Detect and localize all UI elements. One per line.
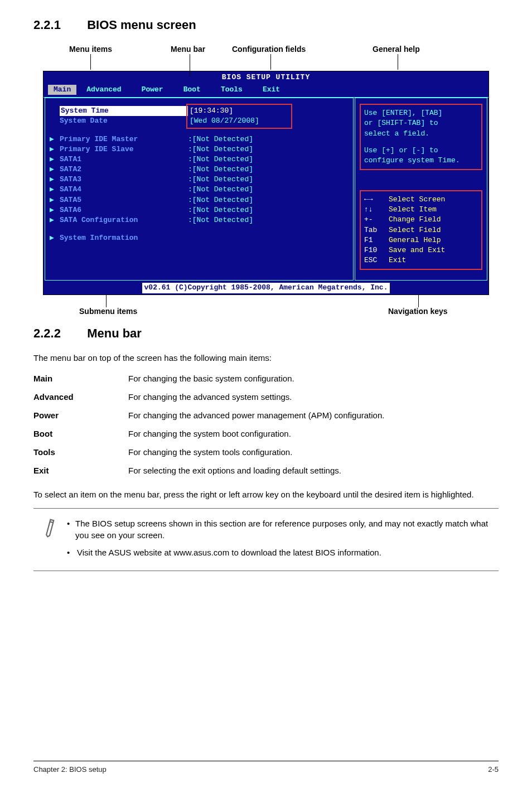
submenu-arrow-icon: ▶ <box>50 175 60 185</box>
bios-right-pane: Use [ENTER], [TAB] or [SHIFT-TAB] to sel… <box>355 98 487 281</box>
bios-window: BIOS SETUP UTILITY Main Advanced Power B… <box>43 71 489 295</box>
row-sata6[interactable]: ▶ SATA6 :[Not Detected] <box>50 205 349 215</box>
config-fields-box: [19:34:30] [Wed 08/27/2008] <box>186 104 292 128</box>
diagram-top-labels: Menu items Menu bar Configuration fields… <box>33 44 499 71</box>
navigation-keys-box: ←→Select Screen ↑↓Select Item +-Change F… <box>360 190 482 270</box>
label-general-help: General help <box>373 44 420 55</box>
submenu-arrow-icon: ▶ <box>50 165 60 175</box>
bios-titlebar: BIOS SETUP UTILITY <box>43 71 489 84</box>
section-title-text: Menu bar <box>87 326 142 340</box>
nav-key-esc: ESC <box>364 255 389 265</box>
menubar-definitions-table: MainFor changing the basic system config… <box>33 369 499 480</box>
note-list: • The BIOS setup screens shown in this s… <box>67 515 499 564</box>
row-sata-configuration[interactable]: ▶ SATA Configuration :[Not Detected] <box>50 215 349 225</box>
label-config-fields: Configuration fields <box>232 44 306 55</box>
note-block: • The BIOS setup screens shown in this s… <box>33 508 499 571</box>
table-row: AdvancedFor changing the advanced system… <box>33 388 499 406</box>
nav-key-f1: F1 <box>364 235 389 245</box>
list-item: • The BIOS setup screens shown in this s… <box>67 518 499 541</box>
select-instruction-text: To select an item on the menu bar, press… <box>33 489 499 500</box>
footer-page-number: 2-5 <box>488 765 499 775</box>
system-date-value[interactable]: [Wed 08/27/2008] <box>190 116 289 126</box>
list-item: • Visit the ASUS website at www.asus.com… <box>67 547 499 558</box>
row-sata1[interactable]: ▶ SATA1 :[Not Detected] <box>50 154 349 165</box>
row-primary-ide-master[interactable]: ▶ Primary IDE Master :[Not Detected] <box>50 134 349 144</box>
label-menu-items: Menu items <box>69 44 112 55</box>
tab-exit[interactable]: Exit <box>253 85 290 95</box>
tab-main[interactable]: Main <box>48 85 76 95</box>
nav-key-arrows-lr-icon: ←→ <box>364 195 389 205</box>
tab-tools[interactable]: Tools <box>211 85 253 95</box>
submenu-arrow-icon: ▶ <box>50 144 60 154</box>
submenu-arrow-icon: ▶ <box>50 195 60 205</box>
submenu-arrow-icon: ▶ <box>50 233 60 243</box>
section-heading-222: 2.2.2 Menu bar <box>33 325 499 342</box>
table-row: ToolsFor changing the system tools confi… <box>33 443 499 461</box>
submenu-arrow-icon: ▶ <box>50 185 60 195</box>
label-system-date: System Date <box>60 116 188 126</box>
label-submenu-items: Submenu items <box>79 306 137 317</box>
submenu-arrow-icon: ▶ <box>50 205 60 215</box>
nav-key-arrows-ud-icon: ↑↓ <box>364 205 389 215</box>
submenu-arrow-icon: ▶ <box>50 215 60 225</box>
nav-key-plusminus: +- <box>364 215 389 225</box>
label-system-time: System Time <box>60 106 188 116</box>
tab-advanced[interactable]: Advanced <box>76 85 131 95</box>
label-menu-bar: Menu bar <box>171 44 205 55</box>
section-number: 2.2.1 <box>33 17 84 34</box>
submenu-arrow-icon: ▶ <box>50 154 60 165</box>
row-sata3[interactable]: ▶ SATA3 :[Not Detected] <box>50 175 349 185</box>
general-help-box: Use [ENTER], [TAB] or [SHIFT-TAB] to sel… <box>360 104 482 170</box>
label-navigation-keys: Navigation keys <box>388 306 448 317</box>
page-footer: Chapter 2: BIOS setup 2-5 <box>33 761 499 775</box>
bios-footer: v02.61 (C)Copyright 1985-2008, American … <box>43 282 489 294</box>
row-sata5[interactable]: ▶ SATA5 :[Not Detected] <box>50 195 349 205</box>
nav-key-tab: Tab <box>364 225 389 235</box>
bios-menubar: Main Advanced Power Boot Tools Exit <box>43 84 489 97</box>
bios-left-pane: [19:34:30] [Wed 08/27/2008] System Time … <box>45 98 354 281</box>
row-primary-ide-slave[interactable]: ▶ Primary IDE Slave :[Not Detected] <box>50 144 349 154</box>
tab-boot[interactable]: Boot <box>173 85 211 95</box>
row-sata2[interactable]: ▶ SATA2 :[Not Detected] <box>50 165 349 175</box>
table-row: BootFor changing the system boot configu… <box>33 424 499 443</box>
footer-chapter: Chapter 2: BIOS setup <box>33 765 107 775</box>
pencil-note-icon <box>33 515 67 564</box>
row-sata4[interactable]: ▶ SATA4 :[Not Detected] <box>50 185 349 195</box>
section-heading-221: 2.2.1 BIOS menu screen <box>33 17 499 34</box>
table-row: PowerFor changing the advanced power man… <box>33 406 499 424</box>
menubar-intro-text: The menu bar on top of the screen has th… <box>33 352 499 364</box>
row-system-information[interactable]: ▶ System Information <box>50 233 349 243</box>
nav-key-f10: F10 <box>364 245 389 255</box>
tab-power[interactable]: Power <box>132 85 173 95</box>
table-row: ExitFor selecting the exit options and l… <box>33 461 499 480</box>
section-title-text: BIOS menu screen <box>87 18 196 32</box>
section-number: 2.2.2 <box>33 325 84 342</box>
table-row: MainFor changing the basic system config… <box>33 369 499 388</box>
bios-body: [19:34:30] [Wed 08/27/2008] System Time … <box>43 97 489 282</box>
system-time-value[interactable]: [19:34:30] <box>190 106 289 116</box>
submenu-arrow-icon: ▶ <box>50 134 60 144</box>
diagram-bottom-labels: Submenu items Navigation keys <box>33 295 499 317</box>
